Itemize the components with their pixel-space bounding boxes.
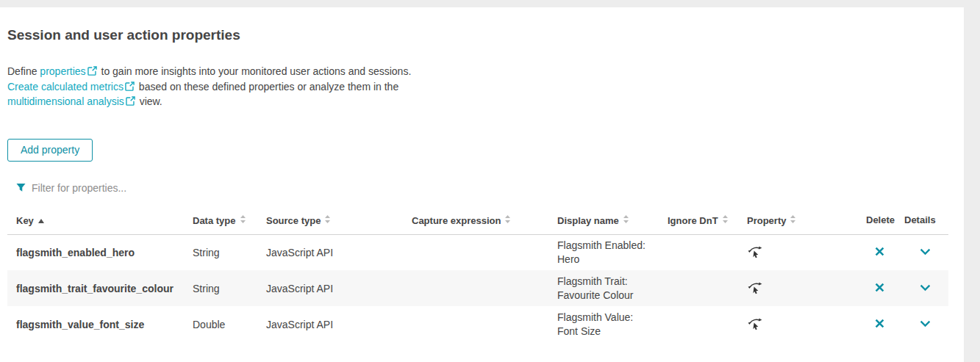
table-row: flagsmith_trait_favourite_colour String … [7,270,948,306]
table-header-row: Key Data type Source type Capture expres… [7,207,948,235]
properties-link[interactable]: properties [40,65,85,77]
property-details [895,234,948,270]
property-display-name: Flagsmith Enabled: Hero [548,234,659,270]
property-data-type: String [184,270,257,306]
details-expand-button[interactable] [917,245,934,259]
user-action-icon [747,316,763,330]
property-delete [857,270,895,306]
property-delete [857,306,895,342]
column-header-key[interactable]: Key [7,207,184,235]
column-header-capture-expression[interactable]: Capture expression [403,207,548,235]
property-details [895,306,948,342]
property-source-type: JavaScript API [257,306,403,342]
properties-table: Key Data type Source type Capture expres… [7,207,948,343]
property-details [895,270,948,306]
column-header-delete: Delete [857,207,895,235]
column-header-details: Details [895,207,948,235]
table-row: flagsmith_value_font_size Double JavaScr… [7,306,948,342]
sort-icon [790,214,795,225]
x-icon [875,247,884,258]
intro-text: Define properties to gain more insights … [7,65,964,110]
intro-text-segment: Define [7,65,40,77]
property-display-name: Flagsmith Value: Font Size [548,306,659,342]
x-icon [875,319,884,330]
property-capture-expression [403,306,548,342]
property-source-type: JavaScript API [257,270,403,306]
property-key: flagsmith_trait_favourite_colour [7,270,184,306]
details-expand-button[interactable] [917,281,934,295]
intro-text-segment: based on these defined properties or ana… [136,81,398,93]
external-link-icon [87,65,97,80]
filter-bar [7,182,964,194]
sort-icon [623,214,629,225]
table-row: flagsmith_enabled_hero String JavaScript… [7,234,948,270]
user-action-icon [747,244,763,258]
property-capture-expression [403,270,548,306]
sort-icon [240,214,246,225]
column-header-data-type[interactable]: Data type [184,207,257,235]
delete-button[interactable] [872,281,887,296]
property-ignore-dnt [659,270,738,306]
intro-text-segment: view. [137,95,162,107]
delete-button[interactable] [872,317,887,332]
content-panel: Session and user action properties Defin… [0,7,964,362]
property-ignore-dnt [659,306,738,342]
x-icon [875,283,884,294]
external-link-icon [126,95,135,110]
chevron-down-icon [920,319,931,330]
details-expand-button[interactable] [917,317,934,331]
column-header-ignore-dnt[interactable]: Ignore DnT [659,207,738,235]
user-action-icon [747,280,763,294]
column-header-property[interactable]: Property [738,207,857,235]
chevron-down-icon [920,247,931,258]
property-display-name: Flagsmith Trait: Favourite Colour [548,270,659,306]
add-property-button[interactable]: Add property [7,139,93,162]
column-header-display-name[interactable]: Display name [548,207,659,235]
property-key: flagsmith_enabled_hero [7,234,184,270]
sort-icon [325,214,330,225]
property-scope [738,306,857,342]
property-ignore-dnt [659,234,738,270]
property-scope [738,270,857,306]
external-link-icon [125,81,135,95]
sort-icon [505,214,510,225]
property-data-type: String [184,234,257,270]
delete-button[interactable] [872,245,887,260]
property-data-type: Double [184,306,257,342]
intro-text-segment: to gain more insights into your monitore… [99,65,412,77]
create-calculated-metrics-link[interactable]: Create calculated metrics [7,81,124,93]
property-key: flagsmith_value_font_size [7,306,184,342]
sort-asc-icon [38,214,44,225]
property-capture-expression [403,234,548,270]
page-title: Session and user action properties [7,27,964,43]
property-delete [857,234,895,270]
filter-funnel-icon [16,183,26,192]
sort-icon [723,214,728,225]
property-source-type: JavaScript API [257,234,403,270]
property-scope [738,234,857,270]
column-header-source-type[interactable]: Source type [257,207,403,235]
filter-properties-input[interactable] [32,182,340,194]
chevron-down-icon [920,283,931,294]
multidimensional-analysis-link[interactable]: multidimensional analysis [7,95,124,107]
